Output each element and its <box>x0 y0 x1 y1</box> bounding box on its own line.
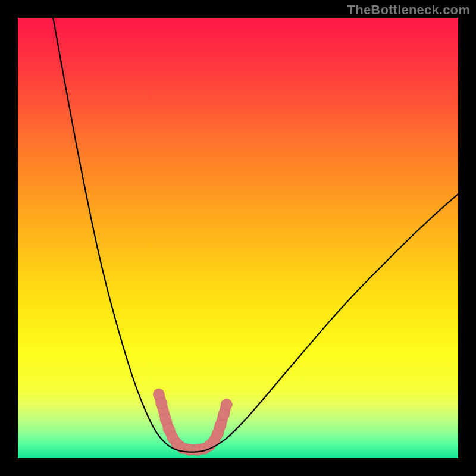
chart-svg <box>18 18 458 458</box>
plot-area <box>18 18 458 458</box>
watermark-text: TheBottleneck.com <box>347 2 470 18</box>
valley-markers <box>153 389 232 455</box>
marker-dot <box>215 420 226 431</box>
outer-frame: TheBottleneck.com <box>0 0 476 476</box>
bottleneck-curve <box>53 18 458 452</box>
marker-dot <box>156 397 167 409</box>
marker-dot <box>221 399 232 410</box>
marker-dot <box>218 409 230 420</box>
